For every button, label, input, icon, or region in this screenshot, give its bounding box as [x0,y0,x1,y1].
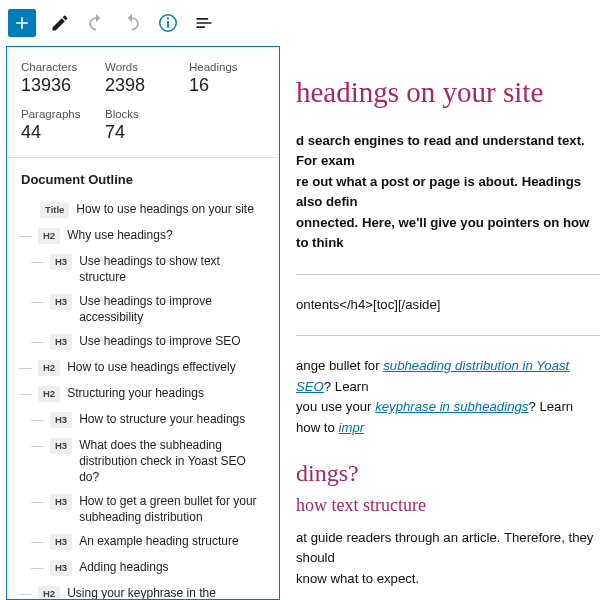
stat-words: Words 2398 [105,61,181,96]
outline-item[interactable]: —H3Use headings to improve accessibility [17,289,269,329]
heading-h3[interactable]: how text structure [296,495,600,516]
stat-label: Blocks [105,108,181,120]
outline-item-text: Why use headings? [67,227,172,243]
heading-level-badge: Title [40,202,69,218]
outline-dash-icon: — [19,585,31,600]
outline-item-text: Using your keyphrase in the subheadings [67,585,267,600]
outline-dash-icon: — [31,533,43,551]
stat-paragraphs: Paragraphs 44 [21,108,97,143]
stat-value: 2398 [105,75,181,96]
outline-item[interactable]: —H2How to use headings effectively [17,355,269,381]
svg-rect-2 [167,17,169,19]
outline-item[interactable]: —H3Use headings to show text structure [17,249,269,289]
info-button[interactable] [152,7,184,39]
outline-dash-icon: — [31,411,43,429]
outline-item[interactable]: —H3How to structure your headings [17,407,269,433]
outline-dash-icon: — [19,385,31,403]
stat-value: 74 [105,122,181,143]
paragraph[interactable]: you use your keyphrase in subheadings? L… [296,397,600,438]
stat-label: Characters [21,61,97,73]
document-outline: —TitleHow to use headings on your site—H… [7,197,279,600]
heading-h2[interactable]: dings? [296,460,600,487]
outline-dash-icon: — [31,559,43,577]
divider [296,274,600,275]
heading-level-badge: H3 [50,438,72,454]
outline-item[interactable]: —H2Structuring your headings [17,381,269,407]
outline-item-text: Adding headings [79,559,168,575]
outline-button[interactable] [188,7,220,39]
outline-dash-icon: — [31,493,43,511]
outline-item[interactable]: —H3Adding headings [17,555,269,581]
outline-item[interactable]: —H3An example heading structure [17,529,269,555]
document-canvas[interactable]: headings on your site d search engines t… [286,46,600,600]
outline-dash-icon: — [19,359,31,377]
svg-rect-1 [167,21,169,27]
heading-level-badge: H3 [50,412,72,428]
link-improve[interactable]: impr [339,420,365,435]
divider [296,335,600,336]
edit-mode-button[interactable] [44,7,76,39]
stat-label: Paragraphs [21,108,97,120]
outline-item[interactable]: —H2Why use headings? [17,223,269,249]
outline-item-text: Use headings to show text structure [79,253,267,285]
heading-level-badge: H3 [50,534,72,550]
editor-toolbar [0,0,600,46]
stat-characters: Characters 13936 [21,61,97,96]
heading-level-badge: H2 [38,586,60,600]
outline-item-text: How to structure your headings [79,411,245,427]
stat-value: 16 [189,75,265,96]
outline-item-text: How to use headings effectively [67,359,236,375]
stat-value: 13936 [21,75,97,96]
heading-level-badge: H3 [50,254,72,270]
outline-dash-icon: — [31,437,43,455]
outline-item-text: What does the subheading distribution ch… [79,437,267,485]
outline-item[interactable]: —H3What does the subheading distribution… [17,433,269,489]
outline-item[interactable]: —H3How to get a green bullet for your su… [17,489,269,529]
heading-level-badge: H3 [50,294,72,310]
stat-headings: Headings 16 [189,61,265,96]
stat-label: Headings [189,61,265,73]
outline-dash-icon: — [31,293,43,311]
heading-level-badge: H2 [38,228,60,244]
outline-dash-icon: — [19,227,31,245]
heading-level-badge: H2 [38,360,60,376]
stat-label: Words [105,61,181,73]
outline-item-text: How to use headings on your site [76,201,253,217]
outline-item-text: Use headings to improve SEO [79,333,240,349]
lead-paragraph[interactable]: d search engines to read and understand … [296,131,600,254]
outline-item-text: Use headings to improve accessibility [79,293,267,325]
document-info-panel: Characters 13936 Words 2398 Headings 16 … [6,46,280,600]
outline-dash-icon: — [31,253,43,271]
heading-level-badge: H3 [50,334,72,350]
shortcode-line[interactable]: ontents</h4>[toc][/aside] [296,295,600,315]
outline-item[interactable]: —H3Use headings to improve SEO [17,329,269,355]
heading-level-badge: H3 [50,494,72,510]
undo-button[interactable] [80,7,112,39]
outline-title: Document Outline [7,158,279,197]
paragraph[interactable]: ange bullet for subheading distribution … [296,356,600,397]
outline-item[interactable]: —H2Using your keyphrase in the subheadin… [17,581,269,600]
outline-dash-icon: — [31,333,43,351]
document-stats: Characters 13936 Words 2398 Headings 16 … [7,47,279,153]
outline-item-text: How to get a green bullet for your subhe… [79,493,267,525]
stat-value: 44 [21,122,97,143]
heading-level-badge: H3 [50,560,72,576]
add-block-button[interactable] [8,9,36,37]
stat-blocks: Blocks 74 [105,108,181,143]
heading-level-badge: H2 [38,386,60,402]
post-title[interactable]: headings on your site [296,76,600,109]
outline-item[interactable]: —TitleHow to use headings on your site [17,197,269,223]
outline-item-text: Structuring your headings [67,385,204,401]
link-keyphrase-subheadings[interactable]: keyphrase in subheadings [375,399,528,414]
paragraph[interactable]: at guide readers through an article. The… [296,528,600,589]
redo-button[interactable] [116,7,148,39]
outline-item-text: An example heading structure [79,533,238,549]
